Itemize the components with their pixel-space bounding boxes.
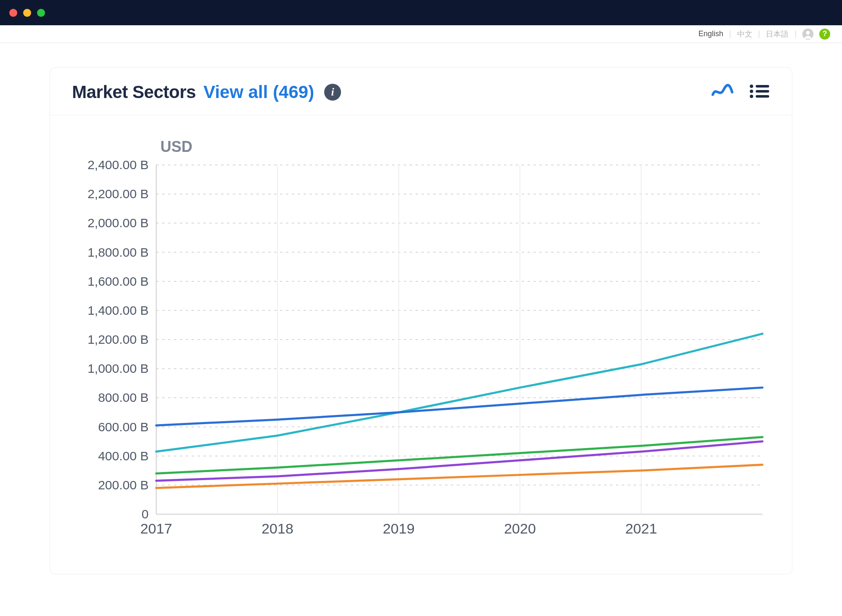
chart-y-tick-label: 2,000.00 B	[88, 216, 149, 230]
window-close-dot[interactable]	[9, 9, 17, 17]
chart-x-tick-label: 2017	[140, 520, 172, 536]
card-header: Market Sectors View all (469) i	[50, 68, 792, 115]
lang-japanese[interactable]: 日本語	[766, 29, 789, 39]
chart-y-tick-label: 1,000.00 B	[88, 361, 149, 375]
chart-series-green	[156, 437, 762, 473]
chart-y-tick-label: 200.00 B	[98, 478, 149, 492]
svg-point-2	[750, 85, 753, 88]
chart-x-tick-label: 2021	[625, 520, 657, 536]
chart-y-tick-label: 2,400.00 B	[88, 161, 149, 172]
info-icon[interactable]: i	[324, 84, 341, 101]
window-titlebar	[0, 0, 842, 25]
chart-y-tick-label: 0	[141, 507, 149, 521]
separator: |	[794, 29, 797, 38]
chart-series-blue	[156, 388, 762, 425]
market-sectors-card: Market Sectors View all (469) i	[50, 67, 792, 574]
chart-y-axis-label: USD	[160, 138, 770, 156]
card-title: Market Sectors	[72, 82, 196, 102]
chart-y-tick-label: 1,800.00 B	[88, 245, 149, 259]
chart-x-tick-label: 2019	[383, 520, 415, 536]
user-avatar-icon[interactable]	[802, 29, 813, 40]
separator: |	[758, 29, 760, 38]
list-view-toggle-icon[interactable]	[749, 83, 770, 101]
view-all-link[interactable]: View all (469)	[203, 82, 314, 102]
chart-y-tick-label: 600.00 B	[98, 420, 149, 434]
chart-y-tick-label: 1,400.00 B	[88, 303, 149, 317]
chart-x-tick-label: 2020	[504, 520, 536, 536]
chart-x-tick-label: 2018	[261, 520, 293, 536]
svg-point-6	[750, 95, 753, 98]
chart-y-tick-label: 1,200.00 B	[88, 332, 149, 346]
chart-series-purple	[156, 441, 762, 481]
page-content: Market Sectors View all (469) i	[0, 43, 842, 616]
window-zoom-dot[interactable]	[37, 9, 45, 17]
svg-point-4	[750, 90, 753, 93]
chart-view-toggle-icon[interactable]	[711, 83, 734, 101]
chart-y-tick-label: 400.00 B	[98, 449, 149, 463]
top-utility-bar: English | 中文 | 日本語 | ?	[0, 25, 842, 43]
chart-y-tick-label: 1,600.00 B	[88, 274, 149, 288]
svg-rect-5	[756, 90, 769, 93]
chart-y-tick-label: 800.00 B	[98, 390, 149, 404]
svg-rect-7	[756, 95, 769, 98]
window-minimize-dot[interactable]	[23, 9, 31, 17]
svg-point-1	[806, 31, 810, 35]
separator: |	[729, 29, 731, 38]
help-icon[interactable]: ?	[819, 29, 830, 40]
chart-y-tick-label: 2,200.00 B	[88, 187, 149, 201]
market-sectors-line-chart: 0200.00 B400.00 B600.00 B800.00 B1,000.0…	[72, 161, 771, 548]
lang-english[interactable]: English	[698, 29, 723, 38]
lang-chinese[interactable]: 中文	[737, 29, 752, 39]
chart-container: USD 0200.00 B400.00 B600.00 B800.00 B1,0…	[50, 115, 792, 574]
svg-rect-3	[756, 85, 769, 88]
